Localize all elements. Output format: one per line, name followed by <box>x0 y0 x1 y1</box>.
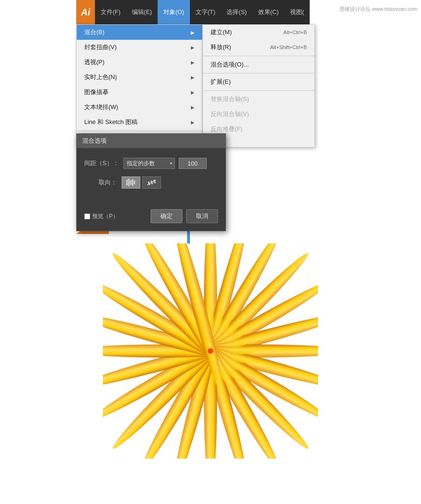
preview-label-text: 预览（P） <box>92 212 118 220</box>
dropdown-separator-1 <box>77 131 202 131</box>
dropdown-item-image-trace-label: 图像描摹 <box>84 88 109 96</box>
blend-arrow-icon: ▶ <box>191 30 195 35</box>
submenu-item-create[interactable]: 建立(M) Alt+Ctrl+B <box>203 25 314 40</box>
dropdown-left-menu: 混合(B) ▶ 封套扭曲(V) ▶ 透视(P) ▶ 实时上色(N) ▶ 图像描摹… <box>76 24 203 147</box>
submenu-item-reverse-spine-label: 反向混合轴(V) <box>210 110 249 118</box>
dialog-orientation-label: 取向： <box>84 178 117 187</box>
svg-point-33 <box>208 348 213 354</box>
spacing-value-input[interactable] <box>179 158 207 169</box>
submenu-item-create-label: 建立(M) <box>210 28 232 37</box>
orientation-align-icon <box>126 178 136 187</box>
submenu-separator-1 <box>203 56 314 56</box>
dropdown-item-live-paint-label: 实时上色(N) <box>84 73 117 81</box>
submenu-create-shortcut: Alt+Ctrl+B <box>283 29 307 35</box>
ai-logo: Ai <box>76 0 95 24</box>
submenu-separator-2 <box>203 73 314 73</box>
dropdown-container: 混合(B) ▶ 封套扭曲(V) ▶ 透视(P) ▶ 实时上色(N) ▶ 图像描摹… <box>76 24 315 147</box>
line-sketch-arrow-icon: ▶ <box>191 120 195 125</box>
orientation-perpendicular-btn[interactable] <box>142 176 161 189</box>
blue-bottom-indicator <box>187 229 190 243</box>
orientation-perpendicular-icon <box>146 178 157 187</box>
menu-select[interactable]: 选择(S) <box>221 0 252 24</box>
watermark-text: 思绪设计论坛 www.missvuan.com <box>340 6 417 13</box>
dialog-body: 间距（S）： 指定的步数 指定的距离 平滑颜色 取向： <box>77 148 225 205</box>
svg-rect-3 <box>132 179 133 186</box>
menu-file[interactable]: 文件(F) <box>95 0 126 24</box>
dropdown-item-perspective[interactable]: 透视(P) ▶ <box>77 55 202 70</box>
text-wrap-arrow-icon: ▶ <box>191 105 195 110</box>
orientation-align-btn[interactable] <box>122 176 140 189</box>
menu-view[interactable]: 视图( <box>284 0 310 24</box>
dialog-spacing-row: 间距（S）： 指定的步数 指定的距离 平滑颜色 <box>84 158 218 169</box>
dropdown-item-blend[interactable]: 混合(B) ▶ <box>77 25 202 40</box>
dropdown-item-image-trace[interactable]: 图像描摹 ▶ <box>77 85 202 100</box>
spacing-select[interactable]: 指定的步数 指定的距离 平滑颜色 <box>123 158 175 169</box>
star-blend-graphic <box>103 243 318 459</box>
menu-bar: Ai 文件(F) 编辑(E) 对象(O) 文字(T) 选择(S) 效果(C) 视… <box>76 0 310 24</box>
blend-options-dialog: 混合选项 间距（S）： 指定的步数 指定的距离 平滑颜色 取向： <box>76 133 226 231</box>
menu-object[interactable]: 对象(O) <box>158 0 190 24</box>
star-svg <box>103 243 318 459</box>
dropdown-item-text-wrap-label: 文本绕排(W) <box>84 103 118 111</box>
perspective-arrow-icon: ▶ <box>191 60 195 65</box>
cancel-button[interactable]: 取消 <box>186 209 218 223</box>
menu-text[interactable]: 文字(T) <box>190 0 221 24</box>
submenu-item-replace-spine-label: 替换混合轴(S) <box>210 95 249 103</box>
confirm-button[interactable]: 确定 <box>151 209 182 223</box>
submenu-item-expand-label: 扩展(E) <box>210 78 231 86</box>
submenu-item-release-label: 释放(R) <box>210 43 231 51</box>
submenu-item-release[interactable]: 释放(R) Alt+Shift+Ctrl+B <box>203 40 314 55</box>
svg-rect-4 <box>134 181 135 184</box>
submenu-item-blend-options[interactable]: 混合选项(O)... <box>203 57 314 72</box>
image-trace-arrow-icon: ▶ <box>191 90 195 95</box>
submenu-item-reverse-spine: 反向混合轴(V) <box>203 107 314 122</box>
submenu-item-expand[interactable]: 扩展(E) <box>203 74 314 89</box>
dropdown-item-envelope[interactable]: 封套扭曲(V) ▶ <box>77 40 202 55</box>
svg-rect-0 <box>126 180 128 185</box>
dropdown-item-line-sketch-label: Line 和 Sketch 图稿 <box>84 118 138 126</box>
menu-effect[interactable]: 效果(C) <box>253 0 284 24</box>
svg-rect-2 <box>130 180 131 185</box>
dialog-orientation-row: 取向： <box>84 176 218 189</box>
dropdown-item-envelope-label: 封套扭曲(V) <box>84 43 116 51</box>
menu-edit[interactable]: 编辑(E) <box>126 0 158 24</box>
live-paint-arrow-icon: ▶ <box>191 75 195 80</box>
submenu-separator-3 <box>203 90 314 91</box>
dropdown-item-blend-label: 混合(B) <box>84 28 104 37</box>
preview-checkbox-label[interactable]: 预览（P） <box>84 212 118 220</box>
dialog-spacing-label: 间距（S）： <box>84 159 119 168</box>
dropdown-item-live-paint[interactable]: 实时上色(N) ▶ <box>77 70 202 85</box>
submenu-item-blend-options-label: 混合选项(O)... <box>210 60 249 69</box>
dialog-footer: 预览（P） 确定 取消 <box>77 205 225 231</box>
spacing-select-wrapper: 指定的步数 指定的距离 平滑颜色 <box>123 158 175 169</box>
dialog-title: 混合选项 <box>77 134 225 148</box>
dropdown-item-line-sketch[interactable]: Line 和 Sketch 图稿 ▶ <box>77 115 202 130</box>
preview-checkbox-input[interactable] <box>84 213 90 219</box>
dropdown-right-submenu: 建立(M) Alt+Ctrl+B 释放(R) Alt+Shift+Ctrl+B … <box>203 24 315 147</box>
submenu-item-reverse-stack-label: 反向堆叠(F) <box>210 125 243 133</box>
svg-rect-1 <box>128 179 130 186</box>
submenu-item-replace-spine: 替换混合轴(S) <box>203 92 314 107</box>
dropdown-item-text-wrap[interactable]: 文本绕排(W) ▶ <box>77 100 202 115</box>
dropdown-item-perspective-label: 透视(P) <box>84 58 104 66</box>
envelope-arrow-icon: ▶ <box>191 45 195 50</box>
submenu-release-shortcut: Alt+Shift+Ctrl+B <box>270 44 307 50</box>
